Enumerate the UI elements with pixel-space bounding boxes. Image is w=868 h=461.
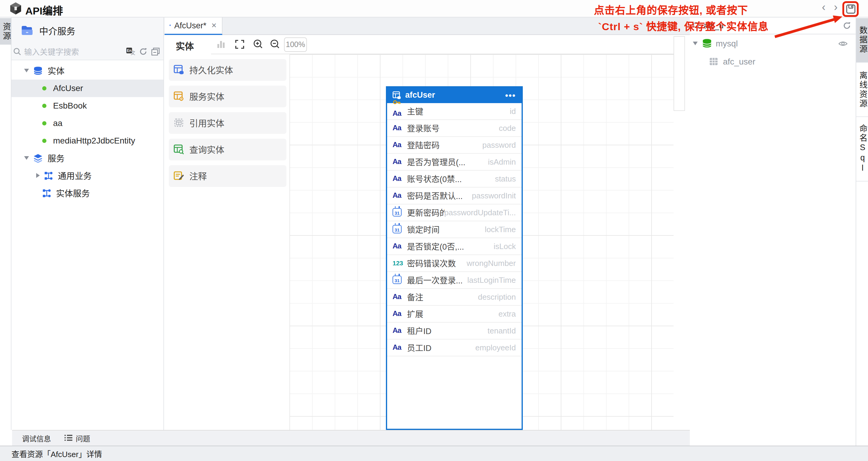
entity-node-header[interactable]: afcUser ••• [387,87,521,103]
field-row-locktime[interactable]: 31 锁定时间 lockTime [387,221,521,238]
entity-status-dot [42,86,46,90]
service-entity-icon [174,91,184,102]
palette-panel-title: 实体 [176,39,194,52]
tree-item-aa[interactable]: aa [11,114,163,132]
datasource-search-row: afc_u [690,17,856,34]
palette-item-comment[interactable]: 注释 [169,165,286,187]
debug-info-button[interactable]: 调试信息 [22,433,51,443]
field-row-employeeid[interactable]: Aa 员工ID employeeId [387,339,521,356]
preview-eye-icon[interactable] [838,40,848,47]
field-row-tenantid[interactable]: Aa 租户ID tenantId [387,322,521,339]
field-row-code[interactable]: Aa 登录账号 code [387,120,521,136]
sidebar-search-row: 输入关键字搜索 En文 [11,43,163,60]
palette-item-service-entity[interactable]: 服务实体 [169,85,286,107]
svg-text:文: 文 [130,51,135,56]
field-label: 更新密码的时间 [407,206,444,218]
nav-back-button[interactable]: ‹ [822,1,826,14]
palette-item-reference-entity[interactable]: 引用实体 [169,112,286,134]
tree-item-general-business[interactable]: 通用业务 [11,167,163,184]
refresh-icon[interactable] [843,22,851,30]
text-field-icon: Aa [393,191,406,199]
tree-item-entity-service[interactable]: 实体服务 [11,184,163,202]
field-label: 登录账号 [407,122,499,134]
field-row-lastlogintime[interactable]: 31 最后一次登录... lastLoginTime [387,272,521,288]
problems-button[interactable]: 问题 [76,433,90,443]
page-title: API编排 [25,2,63,18]
rail-tab-resources[interactable]: 资源 [0,18,11,44]
translate-toggle-icon[interactable]: En文 [126,47,135,56]
primary-key-icon: Aa [393,104,406,117]
rail-tab-datasource[interactable]: 数据源 [856,18,868,63]
text-field-icon: Aa [393,242,406,250]
canvas-toolbar: 实体 100% [164,35,673,54]
field-row-passwordupdatetime[interactable]: 31 更新密码的时间 passwordUpdateTi... [387,204,521,221]
tree-item-label: 实体服务 [56,187,90,199]
caret-down-icon[interactable] [24,69,29,72]
palette-item-label: 注释 [189,170,207,182]
field-label: 扩展 [407,308,498,319]
entity-node-afcuser[interactable]: afcUser ••• Aa 主键 id Aa 登录账号 code Aa 登陆密… [386,86,523,430]
date-field-icon: 31 [393,208,406,216]
field-row-passwordinit[interactable]: Aa 密码是否默认... passwordInit [387,187,521,204]
zoom-out-icon[interactable] [270,39,279,51]
field-row-wrongnumber[interactable]: 123 密码错误次数 wrongNumber [387,255,521,272]
table-label: afc_user [723,57,755,66]
field-row-description[interactable]: Aa 备注 description [387,288,521,305]
canvas-scroll-indicator[interactable] [673,36,685,111]
palette-item-persistent-entity[interactable]: 持久化实体 [169,59,286,81]
tab-afcuser[interactable]: AfcUser* ✕ [164,17,222,35]
tree-item-mediahttp2jdbcentity[interactable]: mediaHttp2JdbcEntity [11,132,163,149]
left-rail: 资源 [0,17,11,430]
tab-close-icon[interactable]: ✕ [211,22,217,29]
tree-item-afcuser[interactable]: AfcUser [11,79,163,97]
search-input[interactable]: 输入关键字搜索 [24,46,122,57]
caret-right-icon[interactable] [36,173,40,178]
field-name: description [478,292,516,301]
field-name: extra [498,309,516,318]
field-label: 登陆密码 [407,139,483,151]
rail-tab-named-sql[interactable]: 命名Sql [856,117,868,182]
text-field-icon: Aa [393,157,406,166]
datasource-tree-afc-user[interactable]: afc_user [690,53,856,70]
chart-stats-icon[interactable] [217,39,225,50]
refresh-icon[interactable] [139,48,147,56]
field-label: 员工ID [407,341,475,354]
date-field-icon: 31 [393,276,406,284]
datasource-tree-mysql[interactable]: mysql [690,34,856,53]
query-entity-icon [174,145,184,155]
field-name: isAdmin [488,157,516,166]
fullscreen-fit-icon[interactable] [235,39,244,51]
collapse-all-icon[interactable] [151,48,159,56]
tree-group-entities[interactable]: 实体 [11,62,163,79]
field-row-id[interactable]: Aa 主键 id [387,103,521,120]
entity-menu-icon[interactable]: ••• [505,90,516,100]
tree-item-label: 通用业务 [58,170,92,182]
save-button[interactable] [842,1,859,17]
text-field-icon: Aa [393,309,406,318]
tab-label: AfcUser* [174,21,207,30]
field-row-islock[interactable]: Aa 是否锁定(0否,... isLock [387,238,521,255]
datasource-search-input[interactable]: afc_u [704,21,843,30]
rail-tab-offline-resources[interactable]: 离线资源 [856,63,868,117]
caret-down-icon[interactable] [24,156,29,160]
field-label: 租户ID [407,325,488,336]
field-row-password[interactable]: Aa 登陆密码 password [387,136,521,153]
tree-item-label: EsbBook [53,101,87,110]
tree-group-services[interactable]: 服务 [11,149,163,167]
search-icon [693,22,701,30]
caret-down-icon[interactable] [693,41,698,45]
zoom-in-icon[interactable] [253,39,262,51]
zoom-level-display[interactable]: 100% [284,37,307,52]
comment-note-icon [174,171,184,181]
field-label: 密码是否默认... [407,189,472,202]
field-row-status[interactable]: Aa 账号状态(0禁... status [387,171,521,187]
text-field-icon: Aa [393,326,406,335]
palette-item-query-entity[interactable]: 查询实体 [169,139,286,160]
field-row-extra[interactable]: Aa 扩展 extra [387,305,521,322]
layers-icon [33,153,43,162]
service-flow-icon [44,171,53,180]
field-label: 主键 [407,105,510,117]
field-row-isadmin[interactable]: Aa 是否为管理员(... isAdmin [387,153,521,171]
tree-item-esbbook[interactable]: EsbBook [11,97,163,114]
nav-forward-button[interactable]: › [834,1,838,14]
